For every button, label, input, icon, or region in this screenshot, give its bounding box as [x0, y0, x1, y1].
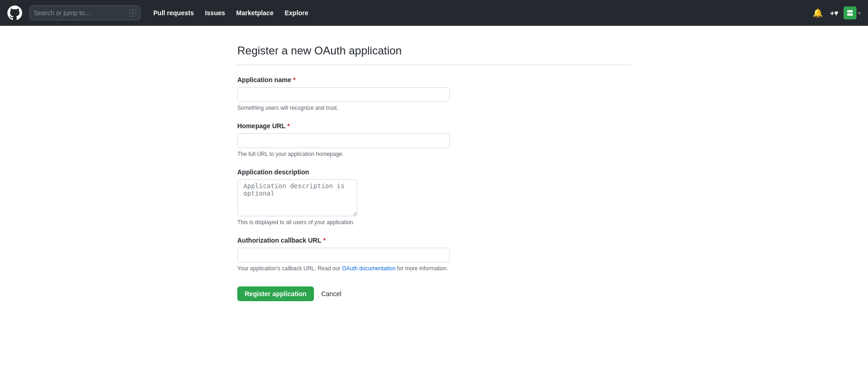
description-group: Application description This is displaye…: [237, 168, 631, 226]
homepage-url-group: Homepage URL* The full URL to your appli…: [237, 122, 631, 157]
callback-url-input[interactable]: [237, 248, 450, 262]
app-name-label: Application name*: [237, 76, 631, 83]
avatar: [844, 6, 856, 19]
search-input[interactable]: [34, 9, 126, 17]
search-bar[interactable]: /: [30, 6, 140, 20]
callback-url-required: *: [323, 237, 326, 244]
app-name-input[interactable]: [237, 87, 450, 102]
form-actions: Register application Cancel: [237, 286, 631, 301]
nav-pull-requests[interactable]: Pull requests: [148, 6, 199, 20]
nav-marketplace[interactable]: Marketplace: [231, 6, 279, 20]
nav-issues[interactable]: Issues: [199, 6, 231, 20]
github-logo[interactable]: [7, 6, 22, 20]
register-application-button[interactable]: Register application: [237, 286, 314, 301]
app-name-required: *: [293, 76, 295, 83]
main-content: Register a new OAuth application Applica…: [226, 26, 642, 320]
svg-rect-1: [847, 13, 853, 16]
homepage-url-required: *: [287, 122, 289, 130]
bell-icon: 🔔: [813, 8, 823, 18]
app-name-hint: Something users will recognize and trust…: [237, 105, 631, 111]
oauth-registration-form: Application name* Something users will r…: [237, 76, 631, 301]
description-hint: This is displayed to all users of your a…: [237, 219, 631, 226]
callback-url-hint: Your application's callback URL. Read ou…: [237, 265, 631, 272]
header-actions: 🔔 +▾ ▾: [811, 6, 861, 20]
page-title: Register a new OAuth application: [237, 44, 631, 65]
new-menu-button[interactable]: +▾: [828, 7, 840, 19]
homepage-url-hint: The full URL to your application homepag…: [237, 151, 631, 157]
description-textarea[interactable]: [237, 179, 357, 216]
homepage-url-input[interactable]: [237, 133, 450, 148]
search-shortcut-badge: /: [129, 9, 136, 17]
nav-explore[interactable]: Explore: [279, 6, 313, 20]
cancel-link[interactable]: Cancel: [321, 290, 342, 298]
main-nav: Pull requests Issues Marketplace Explore: [148, 6, 314, 20]
homepage-url-label: Homepage URL*: [237, 122, 631, 130]
callback-url-group: Authorization callback URL* Your applica…: [237, 237, 631, 272]
user-menu-button[interactable]: ▾: [844, 6, 861, 19]
notifications-button[interactable]: 🔔: [811, 6, 825, 20]
description-label: Application description: [237, 168, 631, 176]
oauth-documentation-link[interactable]: OAuth documentation: [342, 265, 396, 272]
chevron-down-icon: ▾: [858, 11, 861, 16]
callback-url-label: Authorization callback URL*: [237, 237, 631, 244]
app-name-group: Application name* Something users will r…: [237, 76, 631, 111]
header: / Pull requests Issues Marketplace Explo…: [0, 0, 868, 26]
svg-rect-0: [847, 10, 853, 12]
plus-icon: +▾: [830, 9, 838, 18]
